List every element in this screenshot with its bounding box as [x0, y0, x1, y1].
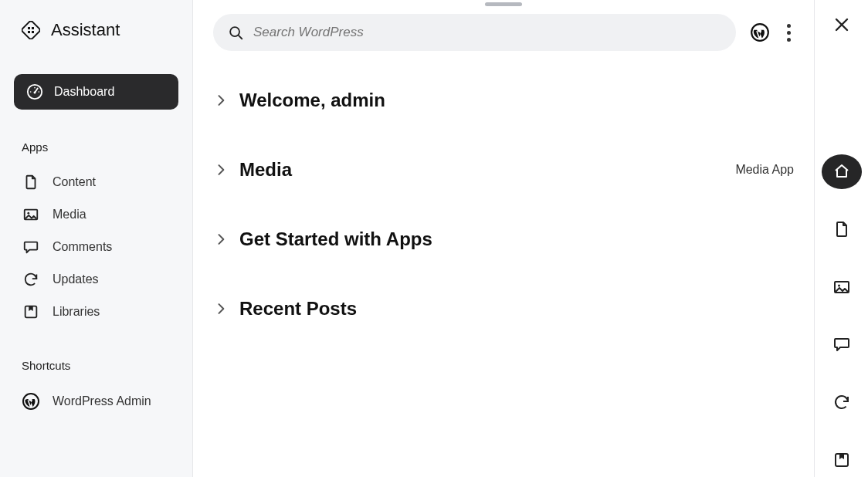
home-icon	[832, 162, 851, 181]
sidebar-item-label: Updates	[53, 272, 171, 286]
search-icon	[227, 24, 244, 41]
section-trailing-link[interactable]: Media App	[735, 163, 794, 177]
image-icon	[832, 278, 851, 296]
rail-home[interactable]	[822, 154, 862, 189]
document-icon	[832, 220, 851, 238]
sidebar-item-label: Libraries	[53, 305, 171, 319]
chevron-right-icon	[213, 93, 229, 108]
sync-icon	[22, 271, 40, 288]
rail-media[interactable]	[822, 269, 862, 304]
brand-title: Assistant	[51, 20, 120, 40]
wordpress-icon	[22, 392, 40, 411]
comment-icon	[832, 335, 851, 354]
chevron-right-icon	[213, 301, 229, 316]
brand: Assistant	[14, 20, 178, 40]
section-title: Welcome, admin	[239, 90, 385, 111]
chevron-right-icon	[213, 162, 229, 178]
bookmark-folder-icon	[22, 303, 40, 320]
sidebar-item-label: Media	[53, 208, 171, 222]
right-rail	[814, 0, 868, 477]
comment-icon	[22, 238, 40, 255]
image-icon	[22, 206, 40, 223]
search-input-container[interactable]	[213, 14, 736, 51]
document-icon	[22, 174, 40, 191]
section-title: Media	[239, 159, 292, 181]
sidebar-item-media[interactable]: Media	[14, 198, 178, 231]
sidebar-shortcut-wpadmin[interactable]: WordPress Admin	[14, 384, 178, 418]
bookmark-folder-icon	[832, 451, 851, 469]
nav-dashboard[interactable]: Dashboard	[14, 74, 178, 110]
sidebar-item-label: Content	[53, 175, 171, 189]
sidebar-item-label: WordPress Admin	[53, 394, 171, 408]
section-title: Recent Posts	[239, 298, 357, 320]
section-title: Get Started with Apps	[239, 228, 432, 250]
rail-comments[interactable]	[822, 327, 862, 362]
sidebar: Assistant Dashboard Apps Content Media C…	[0, 0, 193, 477]
more-vertical-icon[interactable]	[784, 21, 794, 45]
section-recentposts[interactable]: Recent Posts	[213, 286, 794, 332]
sidebar-item-content[interactable]: Content	[14, 166, 178, 198]
close-icon[interactable]	[832, 15, 851, 34]
section-welcome[interactable]: Welcome, admin	[213, 77, 794, 123]
rail-updates[interactable]	[822, 385, 862, 420]
wordpress-icon[interactable]	[750, 22, 770, 42]
section-getstarted[interactable]: Get Started with Apps	[213, 216, 794, 262]
sidebar-item-label: Comments	[53, 240, 171, 254]
shortcuts-section-label: Shortcuts	[14, 359, 178, 372]
drag-handle[interactable]	[485, 2, 522, 6]
sidebar-item-libraries[interactable]: Libraries	[14, 296, 178, 328]
apps-section-label: Apps	[14, 140, 178, 154]
rail-libraries[interactable]	[822, 442, 862, 477]
section-media[interactable]: Media Media App	[213, 147, 794, 193]
assistant-icon	[22, 21, 40, 39]
sync-icon	[832, 393, 851, 411]
dashboard-icon	[26, 83, 43, 100]
main-content: Welcome, admin Media Media App Get Start…	[193, 0, 814, 477]
chevron-right-icon	[213, 232, 229, 247]
topbar	[213, 14, 794, 51]
nav-dashboard-label: Dashboard	[54, 85, 114, 99]
sidebar-item-comments[interactable]: Comments	[14, 231, 178, 263]
search-input[interactable]	[253, 25, 722, 40]
rail-content[interactable]	[822, 212, 862, 247]
sidebar-item-updates[interactable]: Updates	[14, 263, 178, 296]
